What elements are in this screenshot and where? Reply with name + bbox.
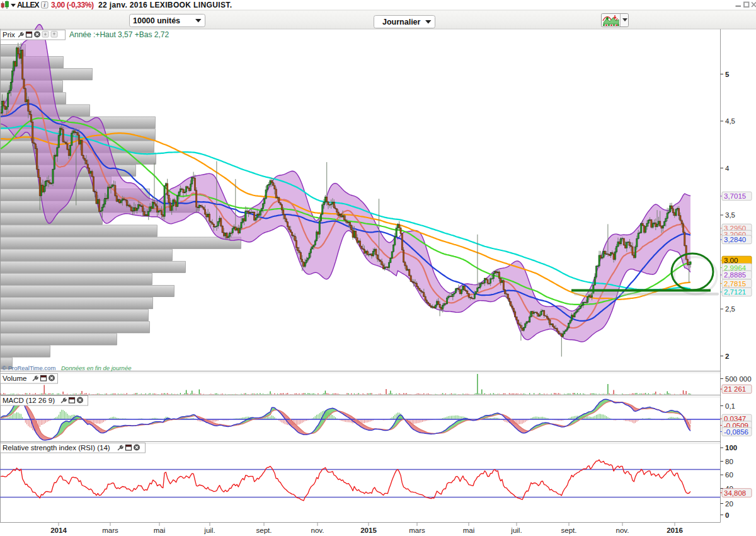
svg-text:Prix: Prix [3,31,15,38]
svg-text:4: 4 [725,165,730,172]
svg-text:3,2840: 3,2840 [724,236,746,243]
svg-text:Données en fin de journée: Données en fin de journée [61,364,131,371]
svg-text:ALLEX: ALLEX [17,1,40,9]
svg-text:4,5: 4,5 [725,117,735,125]
svg-text:Année :+Haut 3,57 +Bas 2,72: Année :+Haut 3,57 +Bas 2,72 [69,30,169,39]
svg-text:sept.: sept. [561,527,577,534]
svg-text:34,808: 34,808 [724,489,746,497]
svg-text:mars: mars [409,527,425,534]
svg-text:Volume: Volume [3,375,26,382]
svg-text:MACD (12 26 9): MACD (12 26 9) [3,397,55,404]
svg-text:500 000: 500 000 [725,375,752,383]
svg-text:10000 unités: 10000 unités [133,16,180,25]
svg-text:3,00 (-0,33%): 3,00 (-0,33%) [51,1,94,9]
svg-text:2014: 2014 [50,527,67,534]
svg-text:2: 2 [725,352,729,360]
svg-text:Relative strength index (RSI): Relative strength index (RSI) (14) [3,444,110,452]
svg-text:nov.: nov. [616,527,629,534]
svg-text:nov.: nov. [311,527,324,534]
svg-text:22 janv. 2016 LEXIBOOK LINGUIS: 22 janv. 2016 LEXIBOOK LINGUIST. [98,1,232,9]
svg-text:21 261: 21 261 [724,385,746,393]
svg-text:2,8885: 2,8885 [724,271,746,279]
svg-text:mai: mai [463,527,475,534]
svg-text:mars: mars [102,527,118,534]
svg-text:2016: 2016 [667,527,683,534]
svg-text:0: 0 [725,511,729,519]
svg-text:2,5: 2,5 [725,305,735,313]
svg-text:© ProRealTime.com: © ProRealTime.com [2,364,55,371]
svg-text:sept.: sept. [256,527,272,534]
svg-text:2,9964: 2,9964 [724,264,747,272]
svg-text:5: 5 [725,71,730,78]
svg-text:3,7015: 3,7015 [724,192,746,200]
svg-text:juil.: juil. [510,527,522,534]
svg-text:-0,0856: -0,0856 [724,428,748,436]
svg-text:3,5: 3,5 [725,211,735,219]
svg-text:0,1: 0,1 [725,402,735,410]
svg-text:2015: 2015 [360,527,377,534]
svg-text:Journalier: Journalier [382,18,421,26]
svg-text:juil.: juil. [203,527,215,534]
svg-text:mai: mai [154,527,166,534]
svg-text:2,7121: 2,7121 [724,288,746,296]
svg-text:60: 60 [725,471,733,479]
svg-text:80: 80 [725,458,733,465]
svg-text:20: 20 [725,500,733,508]
svg-text:3,00: 3,00 [724,257,738,264]
svg-text:2,7815: 2,7815 [724,280,746,288]
svg-text:100: 100 [725,444,737,452]
